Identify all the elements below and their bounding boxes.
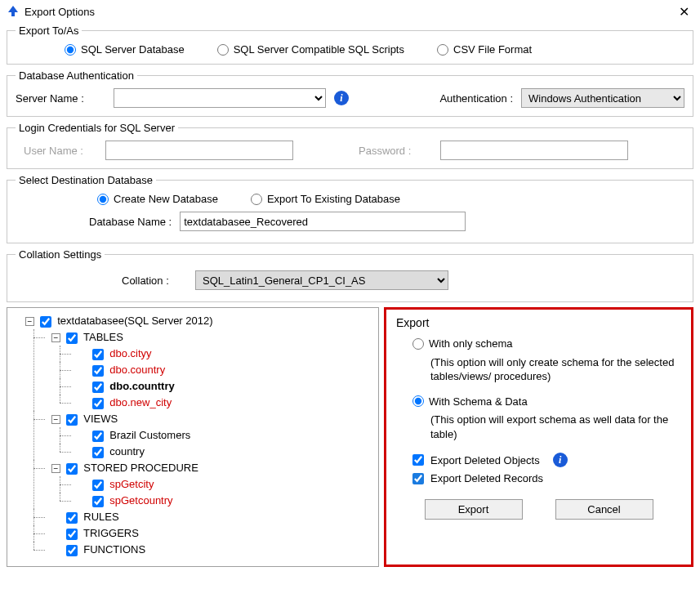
auth-label: Authentication : xyxy=(439,92,513,105)
radio-csv-label: CSV File Format xyxy=(453,43,532,56)
login-group: Login Credentials for SQL Server User Na… xyxy=(7,122,693,169)
cb-export-deleted-records-label: Export Deleted Records xyxy=(430,472,543,484)
db-auth-group: Database Authentication Server Name : i … xyxy=(7,69,693,117)
titlebar: Export Options ✕ xyxy=(0,0,700,23)
export-panel-legend: Export xyxy=(396,316,681,329)
schema-data-desc: (This option will export schema as well … xyxy=(430,413,681,441)
collation-group: Collation Settings Collation : SQL_Latin… xyxy=(7,248,693,302)
tree-group-label: RULES xyxy=(83,511,118,523)
tree-item-checkbox[interactable] xyxy=(92,447,104,458)
cb-export-deleted-records[interactable] xyxy=(412,473,424,484)
cb-export-deleted-objects[interactable] xyxy=(412,454,424,466)
server-name-select[interactable] xyxy=(114,88,326,108)
username-label: User Name : xyxy=(24,145,97,157)
tree-item-label: country xyxy=(109,445,145,457)
tree-group-triggers[interactable]: TRIGGERS xyxy=(40,525,375,542)
tree-item[interactable]: dbo.country xyxy=(66,362,375,378)
db-auth-legend: Database Authentication xyxy=(16,69,137,82)
dest-db-group: Select Destination Database Create New D… xyxy=(7,174,693,243)
tree-item[interactable]: spGetcity xyxy=(66,476,375,493)
radio-create-new-db[interactable]: Create New Database xyxy=(97,193,218,205)
tree-item[interactable]: Brazil Customers xyxy=(66,427,375,444)
tree-group-label: FUNCTIONS xyxy=(83,543,145,556)
tree-item-label: dbo.cityy xyxy=(109,347,151,359)
radio-schema-only-label: With only schema xyxy=(429,337,513,350)
tree-item[interactable]: dbo.cityy xyxy=(66,346,375,362)
tree-group-checkbox[interactable] xyxy=(66,332,78,344)
info-icon[interactable]: i xyxy=(334,91,349,105)
tree-item-label: dbo.country xyxy=(109,364,165,376)
password-input[interactable] xyxy=(440,141,628,160)
tree-item-label: spGetcountry xyxy=(109,494,172,507)
tree-root[interactable]: − textdatabasee(SQL Server 2012) − TABLE… xyxy=(14,313,375,558)
tree-group-checkbox[interactable] xyxy=(66,529,78,540)
tree-group-checkbox[interactable] xyxy=(66,414,78,426)
schema-only-desc: (This option will only create schema for… xyxy=(430,355,681,384)
tree-group-label: STORED PROCEDURE xyxy=(83,462,198,474)
tree-item-checkbox[interactable] xyxy=(92,431,104,442)
tree-item-checkbox[interactable] xyxy=(92,382,104,393)
dbname-label: Database Name : xyxy=(89,216,172,228)
tree-panel[interactable]: − textdatabasee(SQL Server 2012) − TABLE… xyxy=(7,307,379,567)
tree-group-checkbox[interactable] xyxy=(66,512,78,524)
auth-select[interactable]: Windows Authentication xyxy=(521,88,684,108)
tree-group-sprocs[interactable]: − STORED PROCEDURE spGetcity xyxy=(40,460,375,509)
radio-export-existing-db-label: Export To Existing Database xyxy=(267,193,400,205)
server-name-label: Server Name : xyxy=(16,92,105,105)
tree-item[interactable]: spGetcountry xyxy=(66,493,375,509)
export-panel: Export With only schema (This option wil… xyxy=(384,307,693,567)
radio-schema-data-label: With Schema & Data xyxy=(429,395,528,408)
tree-item[interactable]: dbo.counttry xyxy=(66,378,375,395)
cb-export-deleted-objects-label: Export Deleted Objects xyxy=(430,454,540,466)
collation-label: Collation : xyxy=(122,274,187,287)
tree-root-label: textdatabasee(SQL Server 2012) xyxy=(57,315,212,327)
password-label: Password : xyxy=(359,145,432,157)
tree-root-checkbox[interactable] xyxy=(40,316,51,328)
collapse-icon[interactable]: − xyxy=(51,464,60,473)
tree-item-checkbox[interactable] xyxy=(92,398,104,409)
radio-export-existing-db[interactable]: Export To Existing Database xyxy=(251,193,400,205)
tree-item-label: dbo.new_city xyxy=(109,396,172,408)
tree-item-checkbox[interactable] xyxy=(92,365,104,377)
tree-group-functions[interactable]: FUNCTIONS xyxy=(40,542,375,558)
window-title: Export Options xyxy=(25,6,674,18)
tree-group-checkbox[interactable] xyxy=(66,463,78,475)
cancel-button[interactable]: Cancel xyxy=(555,499,653,520)
app-icon xyxy=(7,5,20,18)
radio-create-new-db-label: Create New Database xyxy=(114,193,218,205)
tree-item-checkbox[interactable] xyxy=(92,480,104,491)
collation-legend: Collation Settings xyxy=(16,248,105,261)
tree-item-label: dbo.counttry xyxy=(109,380,174,392)
login-legend: Login Credentials for SQL Server xyxy=(16,122,178,134)
export-button[interactable]: Export xyxy=(425,499,523,520)
radio-sql-db[interactable]: SQL Server Database xyxy=(65,43,185,56)
dbname-input[interactable] xyxy=(180,212,466,231)
tree-group-tables[interactable]: − TABLES dbo.cityy xyxy=(40,329,375,411)
tree-item-label: Brazil Customers xyxy=(109,429,190,441)
export-to-legend: Export To/As xyxy=(16,25,82,37)
collapse-icon[interactable]: − xyxy=(25,317,34,326)
collapse-icon[interactable]: − xyxy=(51,333,60,342)
dest-db-legend: Select Destination Database xyxy=(16,174,156,186)
radio-schema-only[interactable]: With only schema xyxy=(412,337,513,350)
tree-item[interactable]: country xyxy=(66,444,375,460)
info-icon[interactable]: i xyxy=(553,453,568,467)
tree-group-views[interactable]: − VIEWS Brazil Customers xyxy=(40,411,375,460)
tree-item[interactable]: dbo.new_city xyxy=(66,395,375,411)
radio-schema-data[interactable]: With Schema & Data xyxy=(412,395,528,408)
tree-item-label: spGetcity xyxy=(109,478,154,490)
radio-sql-db-label: SQL Server Database xyxy=(81,43,185,56)
username-input[interactable] xyxy=(105,141,293,160)
tree-group-checkbox[interactable] xyxy=(66,545,78,556)
tree-group-label: TABLES xyxy=(83,331,123,343)
close-icon[interactable]: ✕ xyxy=(674,4,693,20)
collapse-icon[interactable]: − xyxy=(51,415,60,424)
radio-sql-scripts[interactable]: SQL Server Compatible SQL Scripts xyxy=(217,43,404,56)
tree-item-checkbox[interactable] xyxy=(92,496,104,507)
tree-item-checkbox[interactable] xyxy=(92,349,104,360)
radio-csv[interactable]: CSV File Format xyxy=(437,43,532,56)
collation-select[interactable]: SQL_Latin1_General_CP1_CI_AS xyxy=(195,270,448,290)
svg-marker-0 xyxy=(8,6,18,12)
radio-sql-scripts-label: SQL Server Compatible SQL Scripts xyxy=(234,43,404,56)
tree-group-rules[interactable]: RULES xyxy=(40,509,375,525)
